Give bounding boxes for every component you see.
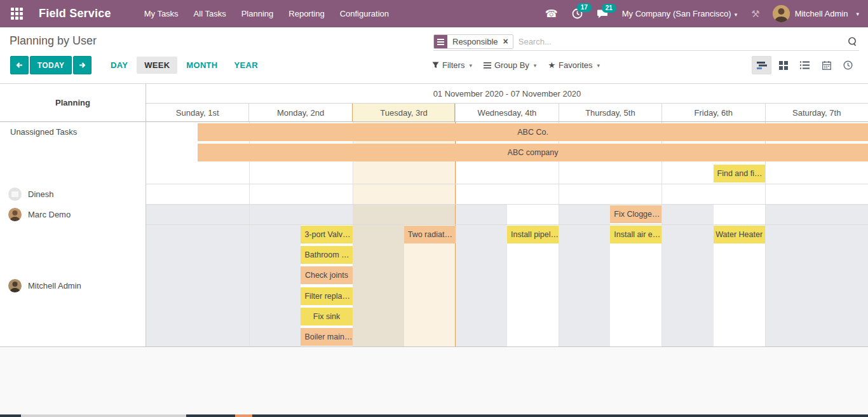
control-panel: Planning by User Responsible × TODAY [0, 27, 868, 83]
apps-menu-icon[interactable] [8, 6, 25, 22]
gantt-task-bar[interactable]: ABC Co. [198, 123, 868, 141]
gantt-row-label[interactable]: Mitchell Admin [0, 224, 146, 347]
gantt-task-bar[interactable]: Check joints [301, 266, 352, 284]
user-avatar [773, 5, 790, 22]
gantt-day-header: Saturday, 7th [765, 104, 868, 121]
filters-dropdown[interactable]: Filters▾ [432, 60, 472, 70]
gantt-row[interactable]: ABC Co.ABC companyFind and fix … [146, 122, 868, 184]
debug-tools-icon[interactable]: ⚒ [746, 8, 764, 20]
gantt-task-bar[interactable]: Bathroom v… [301, 246, 352, 264]
task-label: ABC Co. [517, 128, 548, 137]
user-menu[interactable]: Mitchell Admin ▾ [773, 5, 859, 22]
gantt-task-bar[interactable]: Find and fix … [714, 165, 765, 182]
gantt-row[interactable]: Fix Clogged … [146, 204, 868, 224]
task-label: Filter replac… [304, 292, 352, 301]
gantt-row-label[interactable]: Unassigned Tasks [0, 122, 146, 184]
view-activity-button[interactable] [838, 56, 858, 74]
chevron-down-icon: ▾ [597, 62, 600, 69]
avatar [8, 208, 22, 221]
gantt-task-bar[interactable]: Boiler maint… [301, 328, 352, 346]
page-title: Planning by User [10, 34, 97, 48]
row-name: Dinesh [28, 189, 53, 199]
message-count-badge: 21 [602, 4, 616, 13]
gantt-day-header: Monday, 2nd [248, 104, 351, 121]
gantt-sidebar-header: Planning [0, 84, 146, 122]
gantt-body: Unassigned TasksABC Co.ABC companyFind a… [0, 122, 868, 347]
favorites-label: Favorites [559, 60, 592, 70]
gantt-task-bar[interactable]: Install air ex… [610, 226, 661, 243]
activity-count-badge: 17 [577, 3, 592, 12]
gantt-task-bar[interactable]: Fix sink [301, 308, 352, 325]
user-name: Mitchell Admin [795, 9, 848, 18]
gantt-row[interactable] [146, 184, 868, 204]
scale-year[interactable]: YEAR [227, 57, 266, 74]
gantt-view-icon [757, 61, 767, 70]
search-input[interactable] [513, 34, 846, 49]
field-service-planning-page: Field Service My Tasks All Tasks Plannin… [0, 0, 868, 417]
scale-day[interactable]: DAY [103, 57, 135, 74]
company-name: My Company (San Francisco) [622, 9, 731, 18]
availability-slot [714, 204, 765, 224]
facet-remove-icon[interactable]: × [502, 35, 513, 48]
gantt-row-label[interactable]: Dinesh [0, 184, 146, 204]
search-icon[interactable] [846, 35, 859, 48]
search-bar[interactable]: Responsible × [433, 33, 859, 51]
facet-label: Responsible [447, 35, 502, 48]
availability-slot [507, 204, 559, 224]
gantt-task-bar[interactable]: Water Heater [714, 226, 765, 243]
gantt-controls-row: TODAY DAY WEEK MONTH YEAR Filters▾ Group… [0, 56, 868, 76]
task-label: Find and fix … [717, 169, 765, 178]
avatar [8, 188, 22, 201]
gantt-row-label[interactable]: Marc Demo [0, 204, 146, 224]
activities-clock-icon[interactable]: 17 [567, 4, 588, 23]
filters-label: Filters [442, 60, 465, 70]
today-button[interactable]: TODAY [30, 56, 72, 74]
scale-month[interactable]: MONTH [179, 57, 225, 74]
top-navbar: Field Service My Tasks All Tasks Plannin… [0, 0, 868, 27]
gantt-row[interactable]: 3-port Valve…Two radiato…Install pipeli…… [146, 224, 868, 347]
gantt-task-bar[interactable]: 3-port Valve… [301, 226, 352, 243]
gantt-day-header-row: Sunday, 1stMonday, 2ndTuesday, 3rdWednes… [146, 104, 868, 122]
view-switcher [752, 56, 858, 74]
kanban-view-icon [779, 61, 788, 70]
gantt-task-bar[interactable]: Filter replac… [301, 287, 352, 305]
star-icon: ★ [548, 60, 555, 70]
gantt-task-bar[interactable]: Two radiato… [404, 226, 456, 243]
chevron-down-icon: ▾ [534, 62, 537, 69]
activity-view-icon [843, 60, 853, 70]
group-by-icon [484, 62, 491, 69]
task-label: Fix Clogged … [614, 210, 661, 219]
scale-week[interactable]: WEEK [137, 57, 177, 74]
list-view-icon [800, 61, 810, 69]
menu-reporting[interactable]: Reporting [282, 5, 330, 22]
favorites-dropdown[interactable]: ★ Favorites▾ [548, 60, 600, 70]
chevron-down-icon: ▾ [735, 11, 738, 18]
group-by-dropdown[interactable]: Group By▾ [484, 60, 536, 70]
content-footer-area [0, 346, 868, 417]
gantt-range-label: 01 November 2020 - 07 November 2020 [146, 84, 868, 104]
filter-icon [432, 62, 439, 69]
total-row-sliver [0, 414, 868, 417]
view-calendar-button[interactable] [817, 56, 836, 74]
app-name[interactable]: Field Service [39, 7, 111, 20]
gantt-task-bar[interactable]: ABC company [198, 144, 868, 161]
gantt-day-header: Thursday, 5th [559, 104, 661, 121]
gantt-task-bar[interactable]: Fix Clogged … [610, 205, 661, 223]
menu-planning[interactable]: Planning [235, 5, 280, 22]
gantt-task-bar[interactable]: Install pipeli… [507, 226, 559, 243]
main-menu: My Tasks All Tasks Planning Reporting Co… [138, 5, 395, 22]
view-kanban-button[interactable] [773, 56, 793, 74]
menu-configuration[interactable]: Configuration [334, 5, 395, 22]
next-period-button[interactable] [73, 56, 92, 74]
company-switcher[interactable]: My Company (San Francisco)▾ [617, 5, 742, 22]
row-name: Marc Demo [28, 210, 71, 219]
messages-icon[interactable]: 21 [592, 5, 613, 23]
gantt-view: Planning 01 November 2020 - 07 November … [0, 83, 868, 346]
view-gantt-button[interactable] [752, 56, 771, 74]
previous-period-button[interactable] [10, 56, 29, 74]
menu-my-tasks[interactable]: My Tasks [138, 5, 185, 22]
search-facet-responsible: Responsible × [433, 34, 513, 49]
view-list-button[interactable] [795, 56, 815, 74]
menu-all-tasks[interactable]: All Tasks [187, 5, 233, 22]
phone-icon[interactable]: ☎ [540, 5, 563, 23]
